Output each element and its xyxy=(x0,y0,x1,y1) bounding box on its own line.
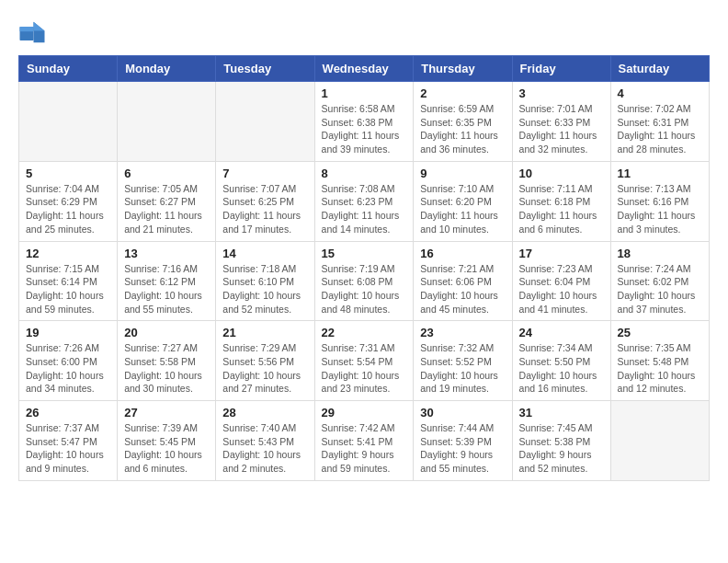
day-number: 6 xyxy=(124,167,209,180)
calendar-cell: 20Sunrise: 7:27 AM Sunset: 5:58 PM Dayli… xyxy=(118,321,216,401)
day-number: 17 xyxy=(519,247,604,260)
day-info: Sunrise: 7:40 AM Sunset: 5:43 PM Dayligh… xyxy=(222,421,307,476)
day-header-saturday: Saturday xyxy=(610,56,709,82)
week-row-1: 1Sunrise: 6:58 AM Sunset: 6:38 PM Daylig… xyxy=(19,82,710,162)
day-number: 8 xyxy=(322,167,407,180)
day-info: Sunrise: 7:23 AM Sunset: 6:04 PM Dayligh… xyxy=(519,262,604,316)
calendar-cell: 10Sunrise: 7:11 AM Sunset: 6:18 PM Dayli… xyxy=(512,161,610,241)
calendar-cell: 23Sunrise: 7:32 AM Sunset: 5:52 PM Dayli… xyxy=(414,321,512,401)
day-number: 9 xyxy=(420,167,505,180)
calendar-cell xyxy=(19,82,118,162)
calendar-cell xyxy=(216,82,314,162)
calendar-cell: 21Sunrise: 7:29 AM Sunset: 5:56 PM Dayli… xyxy=(216,321,314,401)
calendar-cell: 2Sunrise: 6:59 AM Sunset: 6:35 PM Daylig… xyxy=(414,82,512,162)
day-number: 4 xyxy=(618,86,702,100)
day-number: 20 xyxy=(124,326,209,339)
day-info: Sunrise: 7:26 AM Sunset: 6:00 PM Dayligh… xyxy=(26,341,110,396)
day-info: Sunrise: 7:18 AM Sunset: 6:10 PM Dayligh… xyxy=(222,262,307,316)
calendar-cell: 12Sunrise: 7:15 AM Sunset: 6:14 PM Dayli… xyxy=(19,241,118,321)
calendar-cell: 28Sunrise: 7:40 AM Sunset: 5:43 PM Dayli… xyxy=(216,401,314,481)
day-number: 23 xyxy=(420,326,505,339)
logo-icon xyxy=(18,18,46,46)
calendar-cell: 7Sunrise: 7:07 AM Sunset: 6:25 PM Daylig… xyxy=(216,161,314,241)
days-header-row: SundayMondayTuesdayWednesdayThursdayFrid… xyxy=(19,56,710,82)
day-number: 10 xyxy=(519,167,604,180)
day-info: Sunrise: 6:59 AM Sunset: 6:35 PM Dayligh… xyxy=(420,102,505,156)
day-number: 7 xyxy=(222,167,307,180)
day-header-monday: Monday xyxy=(118,56,216,82)
day-info: Sunrise: 7:31 AM Sunset: 5:54 PM Dayligh… xyxy=(322,341,407,396)
calendar-cell: 18Sunrise: 7:24 AM Sunset: 6:02 PM Dayli… xyxy=(610,241,709,321)
logo xyxy=(18,18,50,46)
calendar-cell: 13Sunrise: 7:16 AM Sunset: 6:12 PM Dayli… xyxy=(118,241,216,321)
day-number: 5 xyxy=(26,167,110,180)
day-info: Sunrise: 7:11 AM Sunset: 6:18 PM Dayligh… xyxy=(519,182,604,236)
day-number: 12 xyxy=(26,247,110,260)
day-number: 29 xyxy=(322,406,407,419)
calendar-cell: 14Sunrise: 7:18 AM Sunset: 6:10 PM Dayli… xyxy=(216,241,314,321)
calendar-cell: 17Sunrise: 7:23 AM Sunset: 6:04 PM Dayli… xyxy=(512,241,610,321)
day-info: Sunrise: 7:29 AM Sunset: 5:56 PM Dayligh… xyxy=(222,341,307,396)
day-info: Sunrise: 7:24 AM Sunset: 6:02 PM Dayligh… xyxy=(618,262,702,316)
day-number: 31 xyxy=(519,406,604,419)
day-info: Sunrise: 7:37 AM Sunset: 5:47 PM Dayligh… xyxy=(26,421,110,476)
day-info: Sunrise: 7:16 AM Sunset: 6:12 PM Dayligh… xyxy=(124,262,209,316)
day-header-sunday: Sunday xyxy=(19,56,118,82)
calendar-cell xyxy=(610,401,709,481)
day-info: Sunrise: 7:35 AM Sunset: 5:48 PM Dayligh… xyxy=(618,341,702,396)
day-info: Sunrise: 7:34 AM Sunset: 5:50 PM Dayligh… xyxy=(519,341,604,396)
day-info: Sunrise: 7:27 AM Sunset: 5:58 PM Dayligh… xyxy=(124,341,209,396)
day-info: Sunrise: 7:02 AM Sunset: 6:31 PM Dayligh… xyxy=(618,102,702,156)
day-info: Sunrise: 7:44 AM Sunset: 5:39 PM Dayligh… xyxy=(420,421,505,476)
day-info: Sunrise: 7:21 AM Sunset: 6:06 PM Dayligh… xyxy=(420,262,505,316)
calendar-cell: 5Sunrise: 7:04 AM Sunset: 6:29 PM Daylig… xyxy=(19,161,118,241)
day-info: Sunrise: 7:19 AM Sunset: 6:08 PM Dayligh… xyxy=(322,262,407,316)
calendar-cell: 8Sunrise: 7:08 AM Sunset: 6:23 PM Daylig… xyxy=(314,161,414,241)
calendar-cell: 16Sunrise: 7:21 AM Sunset: 6:06 PM Dayli… xyxy=(414,241,512,321)
day-number: 16 xyxy=(420,247,505,260)
calendar-cell: 3Sunrise: 7:01 AM Sunset: 6:33 PM Daylig… xyxy=(512,82,610,162)
calendar-cell: 22Sunrise: 7:31 AM Sunset: 5:54 PM Dayli… xyxy=(314,321,414,401)
day-number: 19 xyxy=(26,326,110,339)
calendar-cell: 30Sunrise: 7:44 AM Sunset: 5:39 PM Dayli… xyxy=(414,401,512,481)
day-number: 15 xyxy=(322,247,407,260)
day-info: Sunrise: 7:04 AM Sunset: 6:29 PM Dayligh… xyxy=(26,182,110,236)
calendar-cell: 15Sunrise: 7:19 AM Sunset: 6:08 PM Dayli… xyxy=(314,241,414,321)
calendar-cell: 4Sunrise: 7:02 AM Sunset: 6:31 PM Daylig… xyxy=(610,82,709,162)
page-header xyxy=(18,18,710,46)
day-number: 24 xyxy=(519,326,604,339)
week-row-4: 19Sunrise: 7:26 AM Sunset: 6:00 PM Dayli… xyxy=(19,321,710,401)
day-info: Sunrise: 7:10 AM Sunset: 6:20 PM Dayligh… xyxy=(420,182,505,236)
calendar-cell xyxy=(118,82,216,162)
calendar-cell: 26Sunrise: 7:37 AM Sunset: 5:47 PM Dayli… xyxy=(19,401,118,481)
calendar-cell: 25Sunrise: 7:35 AM Sunset: 5:48 PM Dayli… xyxy=(610,321,709,401)
day-info: Sunrise: 7:01 AM Sunset: 6:33 PM Dayligh… xyxy=(519,102,604,156)
calendar-cell: 29Sunrise: 7:42 AM Sunset: 5:41 PM Dayli… xyxy=(314,401,414,481)
day-number: 27 xyxy=(124,406,209,419)
day-number: 28 xyxy=(222,406,307,419)
calendar-cell: 19Sunrise: 7:26 AM Sunset: 6:00 PM Dayli… xyxy=(19,321,118,401)
day-number: 13 xyxy=(124,247,209,260)
day-info: Sunrise: 7:32 AM Sunset: 5:52 PM Dayligh… xyxy=(420,341,505,396)
day-number: 18 xyxy=(618,247,702,260)
day-number: 25 xyxy=(618,326,702,339)
day-info: Sunrise: 7:07 AM Sunset: 6:25 PM Dayligh… xyxy=(222,182,307,236)
day-info: Sunrise: 7:08 AM Sunset: 6:23 PM Dayligh… xyxy=(322,182,407,236)
svg-rect-4 xyxy=(20,27,34,31)
day-number: 2 xyxy=(420,86,505,100)
calendar-cell: 24Sunrise: 7:34 AM Sunset: 5:50 PM Dayli… xyxy=(512,321,610,401)
day-header-thursday: Thursday xyxy=(414,56,512,82)
calendar-cell: 6Sunrise: 7:05 AM Sunset: 6:27 PM Daylig… xyxy=(118,161,216,241)
day-number: 3 xyxy=(519,86,604,100)
calendar-cell: 27Sunrise: 7:39 AM Sunset: 5:45 PM Dayli… xyxy=(118,401,216,481)
day-info: Sunrise: 7:45 AM Sunset: 5:38 PM Dayligh… xyxy=(519,421,604,476)
day-info: Sunrise: 7:39 AM Sunset: 5:45 PM Dayligh… xyxy=(124,421,209,476)
calendar-cell: 31Sunrise: 7:45 AM Sunset: 5:38 PM Dayli… xyxy=(512,401,610,481)
day-header-friday: Friday xyxy=(512,56,610,82)
day-number: 11 xyxy=(618,167,702,180)
day-number: 26 xyxy=(26,406,110,419)
day-number: 21 xyxy=(222,326,307,339)
calendar-cell: 1Sunrise: 6:58 AM Sunset: 6:38 PM Daylig… xyxy=(314,82,414,162)
day-number: 1 xyxy=(322,86,407,100)
week-row-5: 26Sunrise: 7:37 AM Sunset: 5:47 PM Dayli… xyxy=(19,401,710,481)
